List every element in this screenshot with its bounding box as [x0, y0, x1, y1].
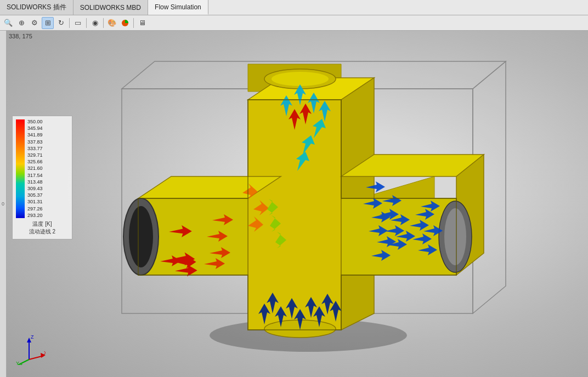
- search-icon-1[interactable]: 🔍: [2, 17, 14, 29]
- search-icon-2[interactable]: ⊕: [15, 17, 27, 29]
- color-bar-canvas: [16, 119, 25, 218]
- legend-name-label: 流动迹线 2: [16, 228, 69, 236]
- coordinate-display: 338, 175: [9, 33, 32, 39]
- legend-unit-label: 温度 [K]: [16, 220, 69, 228]
- camera-icon[interactable]: ⚙: [29, 17, 41, 29]
- separator-1: [69, 18, 70, 28]
- eye-icon[interactable]: ◉: [89, 17, 101, 29]
- coordinate-axes: Z X Y: [15, 335, 46, 366]
- left-panel: 0: [0, 31, 7, 377]
- svg-point-20: [444, 208, 466, 265]
- legend-value-12: 301.31: [27, 199, 43, 204]
- box-icon[interactable]: ▭: [72, 17, 84, 29]
- legend-value-7: 321.60: [27, 166, 43, 171]
- title-bar: SOLIDWORKS 插件 SOLIDWORKS MBD Flow Simula…: [0, 0, 588, 15]
- left-panel-indicator: 0: [2, 201, 4, 207]
- 3d-svg: [72, 45, 522, 363]
- z-axis-label: Z: [31, 335, 34, 340]
- color-wheel-icon[interactable]: 🎨: [106, 17, 118, 29]
- monitor-icon[interactable]: 🖥: [136, 17, 148, 29]
- toolbar: 🔍 ⊕ ⚙ ⊞ ↻ ▭ ◉ 🎨 🖥: [0, 15, 588, 31]
- legend-value-2: 341.89: [27, 133, 43, 138]
- viewport[interactable]: 338, 175 350.00345.94341.89337.83333.773…: [7, 31, 588, 377]
- legend-value-9: 313.48: [27, 180, 43, 185]
- legend-value-3: 337.83: [27, 140, 43, 145]
- separator-4: [133, 18, 134, 28]
- tab-flow-simulation[interactable]: Flow Simulation: [148, 0, 208, 15]
- legend-value-5: 329.71: [27, 153, 43, 158]
- legend-value-14: 293.20: [27, 213, 43, 218]
- legend-value-11: 305.37: [27, 193, 43, 198]
- legend-value-13: 297.26: [27, 207, 43, 212]
- svg-point-22: [272, 72, 329, 86]
- legend-panel: 350.00345.94341.89337.83333.77329.71325.…: [12, 116, 72, 239]
- legend-value-6: 325.66: [27, 159, 43, 164]
- main-area: 0 338, 175 350.00345.94341.89337.83333.7…: [0, 31, 588, 377]
- color-swatch-icon[interactable]: [119, 17, 131, 29]
- svg-line-80: [18, 359, 29, 365]
- legend-value-10: 309.43: [27, 186, 43, 191]
- x-axis-label: X: [44, 350, 46, 356]
- rotate-icon[interactable]: ↻: [55, 17, 67, 29]
- legend-value-0: 350.00: [27, 119, 43, 124]
- legend-value-1: 345.94: [27, 126, 43, 131]
- legend-value-8: 317.54: [27, 173, 43, 178]
- y-axis-label: Y: [16, 361, 19, 365]
- axes-svg: Z X Y: [15, 335, 46, 365]
- grid-icon[interactable]: ⊞: [42, 17, 54, 29]
- tab-solidworks-plugins[interactable]: SOLIDWORKS 插件: [0, 0, 74, 15]
- svg-point-18: [129, 206, 153, 267]
- separator-2: [86, 18, 87, 28]
- legend-value-4: 333.77: [27, 146, 43, 151]
- separator-3: [103, 18, 104, 28]
- tab-solidworks-mbd[interactable]: SOLIDWORKS MBD: [74, 0, 148, 15]
- legend-labels: 350.00345.94341.89337.83333.77329.71325.…: [27, 119, 43, 218]
- 3d-viewport[interactable]: [7, 31, 588, 377]
